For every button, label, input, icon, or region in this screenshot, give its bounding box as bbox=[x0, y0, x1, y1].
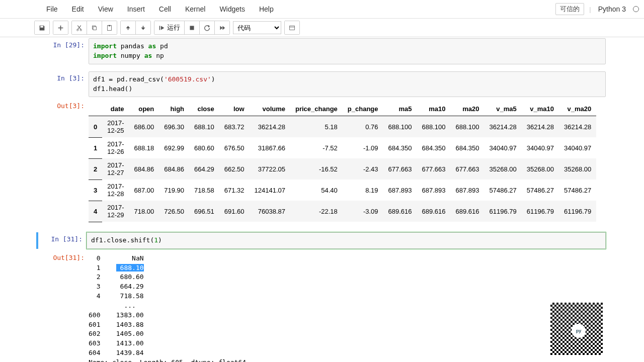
df-col-header: volume bbox=[250, 102, 290, 116]
svg-rect-6 bbox=[128, 28, 129, 30]
df-cell: 691.60 bbox=[219, 201, 250, 222]
df-col-header: ma5 bbox=[383, 102, 417, 116]
code-cell-1[interactable]: In [3]: df1 = pd.read_csv('600519.csv') … bbox=[38, 71, 606, 98]
table-row: 22017-12-27684.86684.86664.29662.5037722… bbox=[89, 158, 596, 179]
command-palette-button[interactable] bbox=[285, 21, 299, 34]
toolbar: 运行 代码 bbox=[0, 19, 644, 37]
df-cell: 61196.79 bbox=[559, 201, 596, 222]
df-cell: 36214.28 bbox=[250, 116, 290, 138]
df-cell: 57486.27 bbox=[522, 179, 559, 201]
df-cell: 36214.28 bbox=[522, 116, 559, 138]
df-cell: 696.51 bbox=[189, 201, 219, 222]
df-cell: 57486.27 bbox=[559, 179, 596, 201]
svg-rect-9 bbox=[190, 26, 194, 30]
df-cell: -1.09 bbox=[343, 137, 383, 158]
df-cell: 36214.28 bbox=[485, 116, 522, 138]
df-cell: 2017-12-27 bbox=[102, 158, 129, 179]
df-cell: 688.100 bbox=[451, 116, 485, 138]
stop-button[interactable] bbox=[185, 21, 200, 34]
df-col-header: date bbox=[102, 102, 129, 116]
df-cell: 686.00 bbox=[129, 116, 159, 138]
code-input[interactable]: df1.close.shift(1) bbox=[87, 232, 606, 249]
df-cell: 34040.97 bbox=[522, 137, 559, 158]
df-cell: 35268.00 bbox=[559, 158, 596, 179]
menu-help[interactable]: Help bbox=[252, 2, 281, 16]
cut-button[interactable] bbox=[72, 21, 87, 34]
df-cell: 35268.00 bbox=[485, 158, 522, 179]
df-row-index: 2 bbox=[89, 158, 102, 179]
df-cell: 719.90 bbox=[159, 179, 189, 201]
df-cell: 696.30 bbox=[159, 116, 189, 138]
df-cell: 687.893 bbox=[383, 179, 417, 201]
df-row-index: 3 bbox=[89, 179, 102, 201]
menu-kernel[interactable]: Kernel bbox=[178, 2, 212, 16]
df-row-index: 1 bbox=[89, 137, 102, 158]
df-cell: 677.663 bbox=[451, 158, 485, 179]
df-cell: 687.00 bbox=[129, 179, 159, 201]
paste-button[interactable] bbox=[102, 21, 117, 34]
df-cell: 2017-12-28 bbox=[102, 179, 129, 201]
notebook-area: In [29]: import pandas as pd import nump… bbox=[0, 37, 644, 362]
df-col-header: ma20 bbox=[451, 102, 485, 116]
df-cell: 718.00 bbox=[129, 201, 159, 222]
qr-logo-icon: py bbox=[572, 324, 586, 338]
svg-rect-3 bbox=[93, 27, 97, 30]
menubar: File Edit View Insert Cell Kernel Widget… bbox=[0, 0, 644, 19]
df-cell: 689.616 bbox=[383, 201, 417, 222]
celltype-select[interactable]: 代码 bbox=[233, 21, 281, 34]
menu-cell[interactable]: Cell bbox=[152, 2, 178, 16]
code-input[interactable]: df1 = pd.read_csv('600519.csv') df1.head… bbox=[89, 71, 606, 98]
restart-run-button[interactable] bbox=[215, 21, 229, 34]
out-prompt: Out[3]: bbox=[57, 102, 85, 110]
kernel-name[interactable]: Python 3 bbox=[596, 5, 628, 13]
svg-rect-5 bbox=[109, 25, 110, 26]
df-cell: 684.86 bbox=[129, 158, 159, 179]
df-cell: 76038.87 bbox=[250, 201, 290, 222]
df-cell: 687.893 bbox=[451, 179, 485, 201]
in-prompt: In [3]: bbox=[57, 74, 85, 82]
move-down-button[interactable] bbox=[136, 21, 150, 34]
df-col-header: low bbox=[219, 102, 250, 116]
menu-widgets[interactable]: Widgets bbox=[212, 2, 252, 16]
move-up-button[interactable] bbox=[121, 21, 136, 34]
menu-view[interactable]: View bbox=[91, 2, 120, 16]
df-cell: 676.50 bbox=[219, 137, 250, 158]
save-button[interactable] bbox=[35, 21, 49, 34]
df-cell: 680.60 bbox=[189, 137, 219, 158]
df-cell: 31867.66 bbox=[250, 137, 290, 158]
qr-code-overlay: py bbox=[548, 301, 605, 357]
df-cell: 61196.79 bbox=[485, 201, 522, 222]
run-button[interactable]: 运行 bbox=[154, 21, 185, 34]
df-cell: 61196.79 bbox=[522, 201, 559, 222]
menu-edit[interactable]: Edit bbox=[65, 2, 91, 16]
df-cell: 688.18 bbox=[129, 137, 159, 158]
df-cell: 671.32 bbox=[219, 179, 250, 201]
svg-rect-8 bbox=[159, 26, 160, 30]
trusted-label[interactable]: 可信的 bbox=[555, 3, 584, 15]
df-col-header: high bbox=[159, 102, 189, 116]
dataframe-table: dateopenhighcloselowvolumeprice_changep_… bbox=[89, 102, 596, 222]
code-input[interactable]: import pandas as pd import numpy as np bbox=[89, 38, 606, 64]
df-cell: 54.40 bbox=[290, 179, 343, 201]
df-cell: 57486.27 bbox=[485, 179, 522, 201]
df-cell: 0.76 bbox=[343, 116, 383, 138]
code-cell-2[interactable]: In [31]: df1.close.shift(1) bbox=[38, 232, 606, 249]
output-cell-1: Out[3]: dateopenhighcloselowvolumeprice_… bbox=[38, 99, 606, 225]
run-label: 运行 bbox=[167, 23, 180, 32]
df-cell: 5.18 bbox=[290, 116, 343, 138]
copy-button[interactable] bbox=[87, 21, 102, 34]
df-cell: 689.616 bbox=[451, 201, 485, 222]
menu-file[interactable]: File bbox=[39, 2, 65, 16]
df-cell: 689.616 bbox=[417, 201, 451, 222]
add-cell-button[interactable] bbox=[53, 21, 68, 34]
menu-insert[interactable]: Insert bbox=[120, 2, 152, 16]
menu-left: File Edit View Insert Cell Kernel Widget… bbox=[5, 2, 281, 16]
df-col-header: p_change bbox=[343, 102, 383, 116]
df-cell: -22.18 bbox=[290, 201, 343, 222]
df-cell: 2017-12-29 bbox=[102, 201, 129, 222]
table-row: 02017-12-25686.00696.30688.10683.7236214… bbox=[89, 116, 596, 138]
df-cell: 8.19 bbox=[343, 179, 383, 201]
restart-button[interactable] bbox=[200, 21, 215, 34]
df-col-header: v_ma10 bbox=[522, 102, 559, 116]
code-cell-0[interactable]: In [29]: import pandas as pd import nump… bbox=[38, 38, 606, 64]
